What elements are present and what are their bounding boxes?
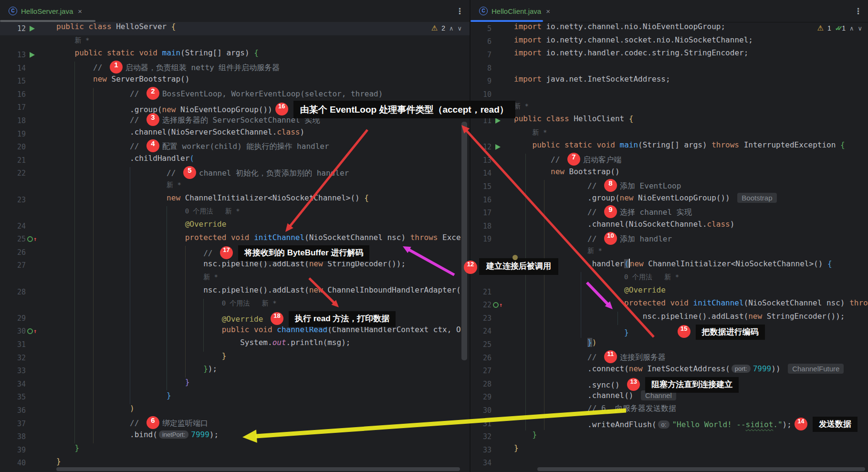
code-text[interactable]: nsc.pipeline().addLast(new StringDecoder… (38, 259, 470, 273)
close-icon[interactable]: × (78, 7, 82, 15)
gutter[interactable]: 33 (0, 364, 38, 378)
code-text[interactable]: // 11连接到服务器 (504, 351, 868, 365)
gutter[interactable]: 28 (471, 378, 504, 391)
line-number[interactable]: 6 (471, 37, 492, 46)
code-line[interactable]: 22// 5channel 初始化，负责添加别的 handler (0, 167, 470, 180)
line-number[interactable]: 30 (5, 327, 26, 336)
line-number[interactable]: 33 (471, 446, 492, 454)
override-method-icon[interactable] (492, 302, 504, 308)
code-text[interactable]: // 4配置 worker(child) 能执行的操作 handler (38, 140, 470, 154)
code-text[interactable]: 0 个用法 新 * (504, 272, 868, 285)
code-line[interactable]: 30// 6. 向服务器发送数据 (471, 404, 868, 417)
more-options-icon[interactable]: ⋮ (854, 6, 862, 16)
code-line[interactable]: 23new ChannelInitializer<NioSocketChanne… (0, 193, 470, 207)
line-number[interactable]: 18 (471, 222, 492, 231)
code-text[interactable]: public static void main(String[] args) { (38, 48, 470, 62)
code-line[interactable]: 17.group(new NioEventLoopGroup())16由某个 E… (0, 101, 470, 115)
code-line[interactable]: 15// 8添加 EventLoop (471, 180, 868, 193)
code-text[interactable]: 0 个用法 新 * (38, 298, 470, 312)
scrollbar-horizontal[interactable] (537, 467, 865, 471)
line-number[interactable]: 12 (471, 143, 492, 151)
code-text[interactable]: } (504, 430, 868, 443)
code-line[interactable]: 新 * (471, 101, 868, 115)
code-line[interactable]: 25}) (471, 338, 868, 351)
gutter[interactable]: 40 (0, 457, 38, 470)
line-number[interactable]: 20 (5, 143, 26, 151)
inspections-widget-right[interactable]: ⚠1 ✓✓1 ∧ ∨ (817, 24, 862, 32)
gutter[interactable]: 14 (471, 167, 504, 180)
gutter[interactable]: 13 (471, 154, 504, 167)
gutter[interactable]: 12 (0, 22, 38, 35)
code-line[interactable]: 31.writeAndFlush(o:"Hello World! --sidio… (471, 417, 868, 430)
gutter[interactable]: 26 (0, 246, 38, 259)
code-line[interactable]: 新 * (0, 180, 470, 193)
code-text[interactable]: public static void main(String[] args) t… (504, 140, 868, 154)
code-text[interactable]: new ServerBootstrap() (38, 74, 470, 88)
prev-issue-icon[interactable]: ∧ (449, 25, 454, 32)
gutter[interactable]: 23 (0, 193, 38, 207)
close-icon[interactable]: × (546, 7, 550, 15)
gutter[interactable]: 30 (0, 325, 38, 338)
code-line[interactable]: 0 个用法 新 * (0, 298, 470, 312)
code-line[interactable]: 24}15把数据进行编码 (471, 325, 868, 338)
code-text[interactable]: .bind(inetPort:7999); (38, 430, 470, 443)
code-line[interactable]: 新 * (0, 35, 470, 49)
code-editor-client[interactable]: 5import io.netty.channel.nio.NioEventLoo… (471, 22, 868, 470)
code-text[interactable]: public class HelloServer { (38, 22, 470, 35)
code-line[interactable]: 27nsc.pipeline().addLast(new StringDecod… (0, 259, 470, 273)
line-number[interactable]: 14 (471, 169, 492, 178)
code-text[interactable]: new ChannelInitializer<NioSocketChannel>… (38, 193, 470, 207)
gutter[interactable]: 34 (471, 457, 504, 470)
line-number[interactable]: 16 (471, 196, 492, 204)
code-text[interactable]: .handler(new ChannelInitializer<NioSocke… (504, 259, 868, 273)
code-text[interactable]: @Override (38, 220, 470, 233)
code-text[interactable]: public void channelRead(ChannelHandlerCo… (38, 325, 470, 338)
code-text[interactable]: } (38, 443, 470, 457)
code-text[interactable]: import io.netty.channel.nio.NioEventLoop… (504, 22, 868, 35)
gutter[interactable]: 20 (0, 140, 38, 154)
gutter[interactable]: 37 (0, 417, 38, 430)
code-line[interactable]: 新 * (0, 272, 470, 285)
line-number[interactable]: 27 (471, 367, 492, 375)
gutter[interactable]: 21 (471, 285, 504, 299)
code-line[interactable]: 19.channel(NioServerSocketChannel.class) (0, 127, 470, 141)
code-line[interactable]: 14// 1启动器，负责组装 netty 组件并启动服务器 (0, 62, 470, 75)
line-number[interactable]: 22 (471, 301, 492, 309)
code-line[interactable]: 9import java.net.InetSocketAddress; (471, 74, 868, 88)
override-method-icon[interactable] (26, 328, 38, 335)
line-number[interactable]: 21 (5, 156, 26, 165)
run-icon[interactable] (492, 144, 504, 150)
code-line[interactable]: 23nsc.pipeline().addLast(new StringEncod… (471, 312, 868, 325)
gutter[interactable]: 24 (0, 220, 38, 233)
line-number[interactable]: 14 (5, 64, 26, 73)
code-text[interactable]: 新 * (504, 101, 868, 115)
code-line[interactable]: 16.group(new NioEventLoopGroup()) Bootst… (471, 193, 868, 207)
code-text[interactable]: } (38, 378, 470, 391)
gutter[interactable]: 22 (471, 298, 504, 312)
code-line[interactable]: 39} (0, 443, 470, 457)
code-line[interactable]: 26// 11连接到服务器 (471, 351, 868, 365)
gutter[interactable]: 15 (0, 74, 38, 88)
code-text[interactable]: import java.net.InetSocketAddress; (504, 74, 868, 88)
gutter[interactable]: 27 (471, 364, 504, 378)
line-number[interactable]: 38 (5, 432, 26, 441)
code-text[interactable]: // 6. 向服务器发送数据 (504, 404, 868, 417)
override-method-icon[interactable] (26, 236, 38, 242)
code-line[interactable]: 8 (471, 62, 868, 75)
code-line[interactable]: 21@Override (471, 285, 868, 299)
line-number[interactable]: 40 (5, 459, 26, 467)
gutter[interactable] (471, 246, 504, 259)
code-text[interactable]: } (38, 391, 470, 404)
line-number[interactable]: 17 (471, 209, 492, 217)
code-text[interactable]: // 6绑定监听端口 (38, 417, 470, 430)
code-text[interactable]: .channel(NioSocketChannel.class) (504, 220, 868, 233)
gutter[interactable]: 16 (471, 193, 504, 207)
line-number[interactable]: 32 (471, 432, 492, 441)
line-number[interactable]: 12 (5, 24, 26, 33)
scrollbar-vertical[interactable] (461, 122, 467, 360)
gutter[interactable]: 17 (471, 206, 504, 220)
run-icon[interactable] (492, 118, 504, 124)
code-text[interactable]: .connect(new InetSocketAddress(port:7999… (504, 364, 868, 378)
code-text[interactable]: .channel() Channel (504, 391, 868, 404)
code-line[interactable]: 20// 4配置 worker(child) 能执行的操作 handler (0, 140, 470, 154)
